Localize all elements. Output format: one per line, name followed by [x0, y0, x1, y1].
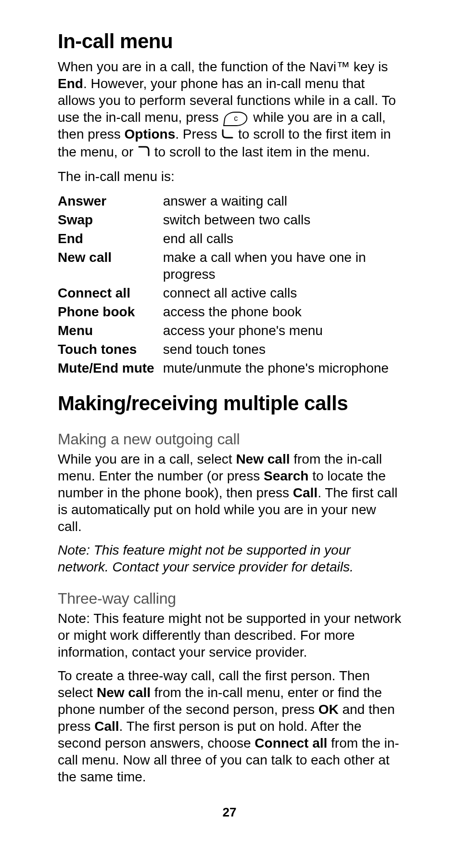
c-key-icon	[223, 112, 248, 126]
menu-row: Phone bookaccess the phone book	[58, 302, 401, 321]
menu-desc: make a call when you have one in progres…	[163, 248, 401, 284]
scroll-up-icon	[137, 143, 151, 160]
bold-ok: OK	[319, 702, 339, 717]
menu-desc: end all calls	[163, 229, 401, 248]
heading-new-outgoing: Making a new outgoing call	[58, 429, 401, 449]
menu-term: Menu	[58, 321, 163, 340]
intro-text: When you are in a call, the function of …	[58, 59, 388, 74]
menu-desc: send touch tones	[163, 340, 401, 359]
scroll-down-icon	[221, 126, 234, 143]
menu-row: Touch tonessend touch tones	[58, 340, 401, 359]
heading-in-call-menu: In-call menu	[58, 29, 401, 54]
menu-lead: The in-call menu is:	[58, 168, 401, 185]
intro-text: to scroll to the last item in the menu.	[154, 144, 370, 159]
text: While you are in a call, select	[58, 452, 236, 466]
menu-desc: access the phone book	[163, 302, 401, 321]
menu-row: Endend all calls	[58, 229, 401, 248]
menu-desc: mute/unmute the phone's microphone	[163, 359, 401, 377]
bold-search: Search	[264, 468, 308, 483]
bold-new-call: New call	[97, 685, 151, 700]
three-way-note: Note: This feature might not be supporte…	[58, 610, 401, 661]
menu-term: Mute/End mute	[58, 359, 163, 377]
note-new-outgoing: Note: This feature might not be supporte…	[58, 542, 401, 575]
menu-row: Menuaccess your phone's menu	[58, 321, 401, 340]
menu-desc: access your phone's menu	[163, 321, 401, 340]
menu-term: New call	[58, 248, 163, 284]
menu-row: Swapswitch between two calls	[58, 210, 401, 229]
menu-desc: answer a waiting call	[163, 192, 401, 210]
new-outgoing-paragraph: While you are in a call, select New call…	[58, 451, 401, 535]
intro-end-bold: End	[58, 76, 83, 91]
menu-desc: connect all active calls	[163, 284, 401, 302]
menu-row: New callmake a call when you have one in…	[58, 248, 401, 284]
page-number: 27	[58, 804, 401, 820]
menu-term: End	[58, 229, 163, 248]
bold-new-call: New call	[236, 452, 290, 466]
bold-call: Call	[293, 485, 318, 500]
menu-row: Connect allconnect all active calls	[58, 284, 401, 302]
intro-options-bold: Options	[125, 127, 176, 142]
heading-three-way: Three-way calling	[58, 589, 401, 608]
intro-text: . Press	[175, 127, 221, 142]
in-call-menu-table: Answeranswer a waiting callSwapswitch be…	[58, 192, 401, 377]
intro-paragraph: When you are in a call, the function of …	[58, 58, 401, 161]
menu-term: Answer	[58, 192, 163, 210]
menu-term: Connect all	[58, 284, 163, 302]
menu-row: Answeranswer a waiting call	[58, 192, 401, 210]
bold-connect-all: Connect all	[255, 736, 327, 751]
heading-multiple-calls: Making/receiving multiple calls	[58, 391, 401, 416]
menu-desc: switch between two calls	[163, 210, 401, 229]
menu-row: Mute/End mutemute/unmute the phone's mic…	[58, 359, 401, 377]
three-way-paragraph: To create a three-way call, call the fir…	[58, 667, 401, 785]
bold-call: Call	[94, 719, 119, 734]
menu-term: Touch tones	[58, 340, 163, 359]
menu-term: Swap	[58, 210, 163, 229]
menu-term: Phone book	[58, 302, 163, 321]
